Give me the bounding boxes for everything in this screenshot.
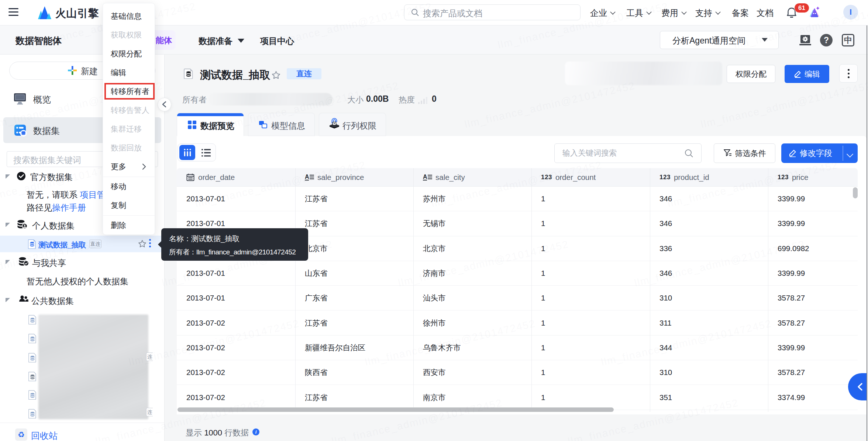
svg-text:A: A <box>305 174 309 180</box>
svg-text:A: A <box>423 174 427 180</box>
